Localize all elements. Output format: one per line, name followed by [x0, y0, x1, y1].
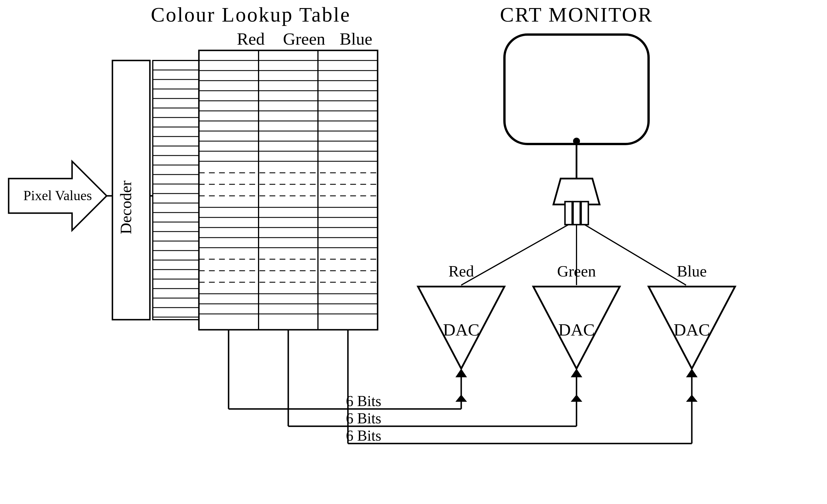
diagram-container: Colour Lookup Table Red Green Blue CRT M…: [0, 0, 827, 504]
crt-gun-blue: [581, 202, 588, 225]
blue-dac-label: Blue: [677, 262, 707, 280]
crt-gun-red: [565, 202, 572, 225]
header-green: Green: [283, 30, 326, 48]
dac-red-label: DAC: [443, 320, 480, 339]
header-red: Red: [237, 30, 265, 48]
green-dac-arrowhead: [571, 369, 582, 377]
arrowhead-red-dac: [455, 395, 467, 402]
header-blue: Blue: [340, 30, 372, 48]
dac-green-label: DAC: [558, 320, 595, 339]
crt-monitor-label: CRT MONITOR: [500, 3, 653, 26]
decoder-label: Decoder: [117, 181, 135, 234]
dac-blue-label: DAC: [674, 320, 710, 339]
red-dac-label: Red: [448, 262, 474, 280]
arrowhead-green-dac: [571, 395, 582, 402]
blue-dac-arrowhead: [686, 369, 697, 377]
lut-striped-area: [153, 60, 199, 320]
gun-blue-line: [585, 225, 686, 285]
crt-yoke: [553, 178, 599, 205]
bits-label-1: 6 Bits: [346, 393, 381, 409]
bits-label-3: 6 Bits: [346, 428, 381, 444]
crt-screen: [504, 35, 648, 144]
red-dac-arrowhead: [455, 369, 467, 377]
crt-gun-dot: [573, 138, 580, 145]
bits-label-2: 6 Bits: [346, 410, 381, 427]
title-colour-lookup-table: Colour Lookup Table: [151, 3, 351, 26]
green-dac-label: Green: [557, 262, 596, 280]
lut-main-grid: [199, 50, 378, 330]
crt-gun-green: [573, 202, 580, 225]
pixel-values-label: Pixel Values: [23, 188, 92, 203]
gun-red-line: [461, 225, 569, 285]
arrowhead-blue-dac: [686, 395, 697, 402]
